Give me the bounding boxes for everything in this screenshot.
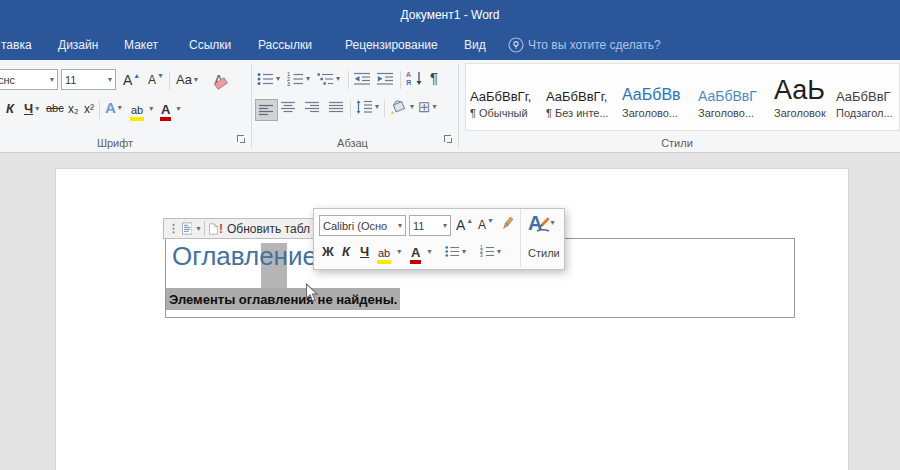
- mini-format-painter-button[interactable]: [499, 216, 515, 233]
- title-bar: Документ1 - Word: [0, 0, 900, 30]
- mini-bullets-button[interactable]: ▾: [445, 245, 466, 258]
- tell-me-box[interactable]: Что вы хотите сделать?: [528, 30, 661, 60]
- style-item-subtitle[interactable]: АаБбВвГ Подзагол...: [836, 66, 898, 126]
- text-effects-button[interactable]: А ▾: [105, 100, 122, 115]
- shading-button[interactable]: ▾: [390, 99, 414, 115]
- chevron-down-icon[interactable]: ▾: [410, 103, 414, 111]
- style-item-heading2[interactable]: АаБбВвГ Заголово...: [698, 66, 770, 126]
- highlight-color-button[interactable]: ab ▾: [131, 101, 153, 117]
- chevron-down-icon[interactable]: ▾: [276, 75, 280, 83]
- change-case-button[interactable]: Aa ▾: [176, 73, 198, 86]
- mini-underline-button[interactable]: Ч: [360, 245, 369, 258]
- chevron-down-icon[interactable]: ▾: [50, 76, 54, 84]
- bullets-button[interactable]: ▾: [257, 72, 280, 86]
- multilevel-list-button[interactable]: ▾: [317, 72, 340, 86]
- style-item-normal[interactable]: АаБбВвГг, ¶ Обычный: [470, 66, 542, 126]
- toc-control-header[interactable]: ⋮ ▾ ! Обновить табл: [163, 218, 315, 239]
- chevron-down-icon[interactable]: ▾: [306, 75, 310, 83]
- borders-button[interactable]: ⊞ ▾: [418, 99, 437, 114]
- chevron-down-icon[interactable]: ▾: [433, 103, 437, 111]
- svg-text:3: 3: [480, 253, 483, 258]
- font-name-value: ibri (Оснс: [0, 74, 15, 86]
- tab-insert-partial[interactable]: тавка: [1, 30, 32, 60]
- chevron-down-icon[interactable]: ▾: [497, 248, 501, 256]
- chevron-down-icon[interactable]: ▾: [194, 76, 198, 84]
- align-left-icon: [259, 104, 274, 116]
- mini-font-size-combo[interactable]: 11 ▾: [409, 215, 451, 236]
- superscript-icon: x²: [84, 103, 94, 115]
- divider: [400, 71, 401, 89]
- mini-highlight-button[interactable]: ab ▾: [378, 244, 401, 260]
- style-preview: АаБбВвГ: [836, 66, 898, 104]
- superscript-button[interactable]: x²: [84, 103, 94, 115]
- justify-icon: [329, 101, 344, 113]
- show-marks-button[interactable]: ¶: [430, 70, 438, 85]
- chevron-down-icon[interactable]: ▾: [397, 248, 401, 256]
- chevron-down-icon[interactable]: ▾: [336, 75, 340, 83]
- mini-shrink-font-button[interactable]: А▼: [478, 219, 495, 231]
- align-right-button[interactable]: [305, 101, 320, 113]
- multilevel-list-icon: [317, 72, 334, 86]
- tab-references[interactable]: Ссылки: [189, 30, 231, 60]
- line-spacing-button[interactable]: ▾: [356, 100, 379, 114]
- paragraph-dialog-launcher[interactable]: [444, 135, 454, 145]
- tab-view[interactable]: Вид: [464, 30, 486, 60]
- mini-italic-button[interactable]: К: [342, 245, 350, 258]
- chevron-down-icon[interactable]: ▾: [118, 104, 122, 112]
- shrink-font-button[interactable]: А▼: [148, 74, 165, 86]
- chevron-down-icon[interactable]: ▾: [462, 248, 466, 256]
- drag-handle-icon[interactable]: ⋮: [168, 222, 178, 235]
- numbering-button[interactable]: 123 ▾: [287, 72, 310, 86]
- justify-button[interactable]: [329, 101, 344, 113]
- grow-font-button[interactable]: А▲: [123, 73, 141, 87]
- sort-button[interactable]: АЯ: [406, 70, 424, 86]
- mini-styles-button[interactable]: А ▾ Стили: [520, 209, 564, 267]
- chevron-down-icon[interactable]: ▾: [427, 248, 431, 256]
- mini-grow-font-button[interactable]: А▲: [456, 218, 474, 232]
- tab-mailings[interactable]: Рассылки: [258, 30, 312, 60]
- tab-design[interactable]: Дизайн: [58, 30, 98, 60]
- chevron-down-icon[interactable]: ▾: [398, 222, 402, 230]
- tab-layout[interactable]: Макет: [124, 30, 158, 60]
- chevron-down-icon[interactable]: ▾: [443, 222, 447, 230]
- decrease-indent-button[interactable]: [354, 72, 371, 86]
- chevron-down-icon[interactable]: ▾: [196, 225, 200, 233]
- selected-text-line[interactable]: Элементы оглавления не найдены.: [166, 288, 400, 310]
- strikethrough-button[interactable]: abc: [46, 103, 64, 114]
- italic-button[interactable]: К: [6, 102, 14, 115]
- style-item-no-spacing[interactable]: АаБбВвГг, ¶ Без инте...: [546, 66, 618, 126]
- clear-formatting-button[interactable]: А: [214, 72, 223, 88]
- font-name-combo[interactable]: ibri (Оснс ▾: [0, 69, 58, 90]
- styles-group-label: Стили: [462, 137, 892, 149]
- mini-numbering-button[interactable]: 123 ▾: [480, 245, 501, 258]
- chevron-down-icon[interactable]: ▾: [550, 219, 554, 227]
- increase-indent-icon: [377, 72, 394, 86]
- style-item-title[interactable]: АаЬ Заголовок: [774, 66, 832, 126]
- increase-indent-button[interactable]: [377, 72, 394, 86]
- align-center-button[interactable]: [281, 101, 296, 113]
- chevron-down-icon[interactable]: ▾: [176, 105, 180, 113]
- chevron-down-icon[interactable]: ▾: [149, 105, 153, 113]
- style-preview: АаБбВвГг,: [546, 66, 618, 104]
- font-color-icon: А: [161, 102, 170, 117]
- style-item-heading1[interactable]: АаБбВв Заголово...: [622, 66, 694, 126]
- align-left-button[interactable]: [255, 99, 278, 121]
- mini-font-name-combo[interactable]: Calibri (Осно ▾: [319, 215, 406, 236]
- chevron-down-icon[interactable]: ▾: [108, 76, 112, 84]
- chevron-down-icon[interactable]: ▾: [375, 103, 379, 111]
- subscript-button[interactable]: x₂: [68, 103, 79, 115]
- update-table-button[interactable]: Обновить табл: [227, 222, 310, 236]
- font-dialog-launcher[interactable]: [237, 135, 247, 145]
- font-color-button[interactable]: А ▾: [161, 101, 180, 117]
- toc-icon[interactable]: [182, 221, 192, 236]
- style-preview: АаБбВвГг,: [470, 66, 542, 104]
- underline-button[interactable]: Ч ▾: [24, 102, 39, 115]
- tab-review[interactable]: Рецензирование: [345, 30, 438, 60]
- mini-bold-button[interactable]: Ж: [322, 245, 334, 258]
- toc-heading[interactable]: Оглавление: [172, 241, 317, 272]
- sort-icon: АЯ: [406, 70, 424, 86]
- chevron-down-icon[interactable]: ▾: [35, 105, 39, 113]
- font-size-combo[interactable]: 11 ▾: [61, 69, 116, 90]
- highlight-color-bar: [377, 260, 391, 264]
- mini-font-color-button[interactable]: А ▾: [411, 244, 431, 260]
